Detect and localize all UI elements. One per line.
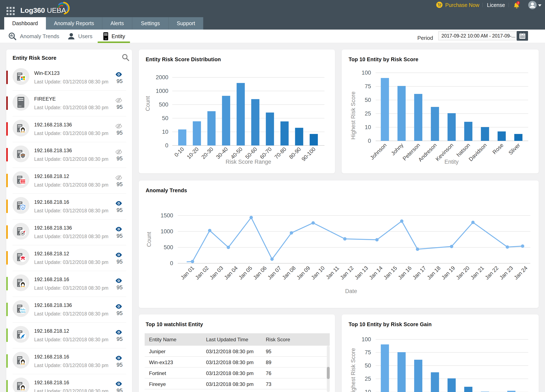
svg-text:30-40: 30-40 <box>215 146 229 160</box>
svg-text:hatson: hatson <box>455 142 471 158</box>
svg-text:Count: Count <box>146 232 152 247</box>
svg-text:Date: Date <box>345 288 357 294</box>
svg-text:100: 100 <box>362 336 371 342</box>
svg-text:Jan 12: Jan 12 <box>339 265 355 281</box>
svg-text:10-20: 10-20 <box>186 146 200 160</box>
svg-text:500: 500 <box>159 101 168 108</box>
svg-text:Jan 13: Jan 13 <box>353 265 369 281</box>
svg-text:Jan 01: Jan 01 <box>180 265 195 281</box>
svg-text:Davidson: Davidson <box>467 142 488 162</box>
svg-text:Jan 16: Jan 16 <box>397 265 413 281</box>
svg-text:90-100: 90-100 <box>300 146 317 162</box>
svg-text:Jan 14: Jan 14 <box>368 265 384 281</box>
svg-text:Risk Score Range: Risk Score Range <box>226 159 271 165</box>
svg-text:0-10: 0-10 <box>173 146 185 158</box>
svg-text:Johny: Johny <box>390 142 405 157</box>
svg-text:Jan 15: Jan 15 <box>382 265 398 281</box>
svg-text:1500: 1500 <box>161 212 173 219</box>
svg-text:Rose: Rose <box>491 142 505 155</box>
svg-text:Jan 18: Jan 18 <box>426 265 442 281</box>
svg-text:10: 10 <box>365 124 371 131</box>
svg-text:Jan 06: Jan 06 <box>252 265 268 281</box>
svg-text:Jan 03: Jan 03 <box>208 265 224 281</box>
svg-text:75: 75 <box>365 349 371 355</box>
svg-text:Jan 19: Jan 19 <box>440 265 456 281</box>
svg-text:Jan 04: Jan 04 <box>223 265 239 281</box>
svg-text:Andreson: Andreson <box>417 142 438 163</box>
svg-text:Entity: Entity <box>444 159 459 165</box>
svg-text:500: 500 <box>164 244 173 250</box>
svg-text:60-70: 60-70 <box>259 146 273 160</box>
svg-text:2000: 2000 <box>156 74 168 81</box>
svg-text:0: 0 <box>165 142 168 149</box>
svg-text:10: 10 <box>365 389 371 392</box>
svg-text:25: 25 <box>365 376 371 382</box>
svg-text:10: 10 <box>162 129 168 135</box>
svg-text:40-50: 40-50 <box>229 146 244 160</box>
svg-text:0: 0 <box>368 138 371 144</box>
svg-text:1000: 1000 <box>161 228 173 235</box>
svg-text:Jan 07: Jan 07 <box>266 265 282 281</box>
svg-text:50-60: 50-60 <box>244 146 258 160</box>
svg-text:2: 2 <box>517 1 519 5</box>
svg-text:0: 0 <box>170 260 173 267</box>
svg-text:50: 50 <box>365 362 371 369</box>
svg-text:Jan 23: Jan 23 <box>498 265 514 281</box>
svg-text:25: 25 <box>365 111 371 117</box>
svg-text:50: 50 <box>162 115 168 121</box>
svg-text:Jan 20: Jan 20 <box>455 265 471 281</box>
svg-text:1000: 1000 <box>156 88 168 94</box>
svg-text:Jan 02: Jan 02 <box>194 265 210 281</box>
svg-text:20-30: 20-30 <box>200 146 214 160</box>
svg-text:Count: Count <box>145 96 151 111</box>
svg-text:Jan 11: Jan 11 <box>324 265 340 280</box>
svg-text:Jan 24: Jan 24 <box>513 265 529 281</box>
svg-text:75: 75 <box>365 83 371 89</box>
svg-text:Jan 08: Jan 08 <box>281 265 297 281</box>
svg-text:50: 50 <box>365 97 371 103</box>
svg-text:Highest Risk Score: Highest Risk Score <box>350 348 356 392</box>
svg-text:Jan 05: Jan 05 <box>237 265 253 281</box>
svg-text:Sliver: Sliver <box>507 142 521 156</box>
svg-text:70-80: 70-80 <box>273 146 287 160</box>
svg-text:Jan 22: Jan 22 <box>484 265 500 281</box>
svg-text:Jan 21: Jan 21 <box>469 265 485 281</box>
svg-text:Johnson: Johnson <box>369 142 388 161</box>
svg-text:Jan 09: Jan 09 <box>295 265 311 281</box>
svg-text:100: 100 <box>362 70 371 76</box>
svg-text:Highest Risk Score: Highest Risk Score <box>350 91 356 140</box>
svg-text:Jan 17: Jan 17 <box>411 265 427 281</box>
svg-text:80-90: 80-90 <box>288 146 302 160</box>
svg-text:Jan 10: Jan 10 <box>310 265 326 281</box>
